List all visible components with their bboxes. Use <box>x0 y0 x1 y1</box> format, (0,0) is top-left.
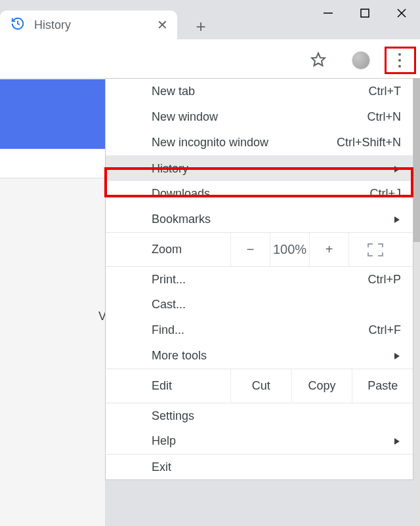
edit-cut-button[interactable]: Cut <box>230 369 291 403</box>
menu-new-incognito[interactable]: New incognito window Ctrl+Shift+N <box>106 130 413 155</box>
submenu-arrow-icon <box>394 162 400 176</box>
svg-marker-6 <box>394 216 400 223</box>
menu-label: New window <box>152 110 218 124</box>
menu-label: New incognito window <box>152 136 268 150</box>
profile-avatar[interactable] <box>352 51 370 70</box>
browser-tab[interactable]: History ✕ <box>0 10 177 39</box>
menu-shortcut: Ctrl+F <box>369 323 402 337</box>
menu-shortcut: Ctrl+P <box>368 273 401 287</box>
svg-marker-4 <box>312 53 325 66</box>
menu-label: Bookmarks <box>152 212 211 226</box>
menu-label: Settings <box>152 409 194 423</box>
tab-title: History <box>34 18 154 32</box>
page-content-gray <box>0 178 105 526</box>
svg-marker-7 <box>394 353 400 359</box>
menu-help[interactable]: Help <box>106 428 413 454</box>
svg-marker-5 <box>394 166 400 172</box>
menu-bookmarks[interactable]: Bookmarks <box>106 207 413 232</box>
annotation-highlight-menu <box>385 47 416 74</box>
fullscreen-icon <box>368 243 383 256</box>
zoom-out-button[interactable]: − <box>230 233 270 266</box>
fullscreen-button[interactable] <box>348 233 401 266</box>
maximize-button[interactable] <box>346 0 383 26</box>
submenu-arrow-icon <box>394 212 400 226</box>
submenu-arrow-icon <box>394 434 400 448</box>
svg-rect-1 <box>361 9 369 17</box>
minimize-button[interactable] <box>310 0 346 26</box>
menu-label: Downloads <box>152 187 210 201</box>
menu-more-tools[interactable]: More tools <box>106 343 413 369</box>
zoom-label: Zoom <box>152 243 230 256</box>
menu-find[interactable]: Find... Ctrl+F <box>106 317 413 343</box>
menu-label: Print... <box>152 273 186 287</box>
menu-downloads[interactable]: Downloads Ctrl+J <box>106 181 413 207</box>
menu-new-tab[interactable]: New tab Ctrl+T <box>106 79 413 104</box>
menu-label: Help <box>152 434 176 448</box>
menu-settings[interactable]: Settings <box>106 403 413 428</box>
menu-scrollbar-thumb[interactable] <box>413 78 420 242</box>
bookmark-star-icon[interactable] <box>308 50 328 70</box>
page-content-white <box>0 149 105 178</box>
menu-label: Exit <box>152 460 171 474</box>
menu-label: Find... <box>152 323 184 337</box>
svg-marker-8 <box>394 438 400 445</box>
submenu-arrow-icon <box>394 349 400 363</box>
menu-label: New tab <box>152 85 195 98</box>
close-window-button[interactable] <box>383 0 420 26</box>
menu-history[interactable]: History <box>106 155 413 181</box>
edit-paste-button[interactable]: Paste <box>352 369 413 403</box>
menu-label: Cast... <box>152 298 186 312</box>
menu-shortcut: Ctrl+T <box>369 85 402 98</box>
menu-zoom: Zoom − 100% + <box>106 232 413 266</box>
menu-new-window[interactable]: New window Ctrl+N <box>106 104 413 130</box>
edit-label: Edit <box>106 379 230 393</box>
close-tab-icon[interactable]: ✕ <box>154 14 171 35</box>
zoom-value: 100% <box>270 233 309 266</box>
page-content-blue <box>0 79 105 149</box>
menu-shortcut: Ctrl+N <box>367 110 401 124</box>
menu-label: History <box>152 162 188 176</box>
window-controls <box>310 0 420 26</box>
menu-edit: Edit Cut Copy Paste <box>106 369 413 403</box>
menu-shortcut: Ctrl+J <box>369 187 401 201</box>
new-tab-button[interactable]: + <box>189 14 213 38</box>
zoom-in-button[interactable]: + <box>309 233 348 266</box>
chrome-menu: New tab Ctrl+T New window Ctrl+N New inc… <box>105 78 413 480</box>
menu-cast[interactable]: Cast... <box>106 292 413 317</box>
menu-print[interactable]: Print... Ctrl+P <box>106 266 413 292</box>
edit-copy-button[interactable]: Copy <box>291 369 352 403</box>
menu-exit[interactable]: Exit <box>106 454 413 479</box>
history-icon <box>10 16 25 33</box>
menu-shortcut: Ctrl+Shift+N <box>337 136 401 150</box>
menu-label: More tools <box>152 349 207 363</box>
